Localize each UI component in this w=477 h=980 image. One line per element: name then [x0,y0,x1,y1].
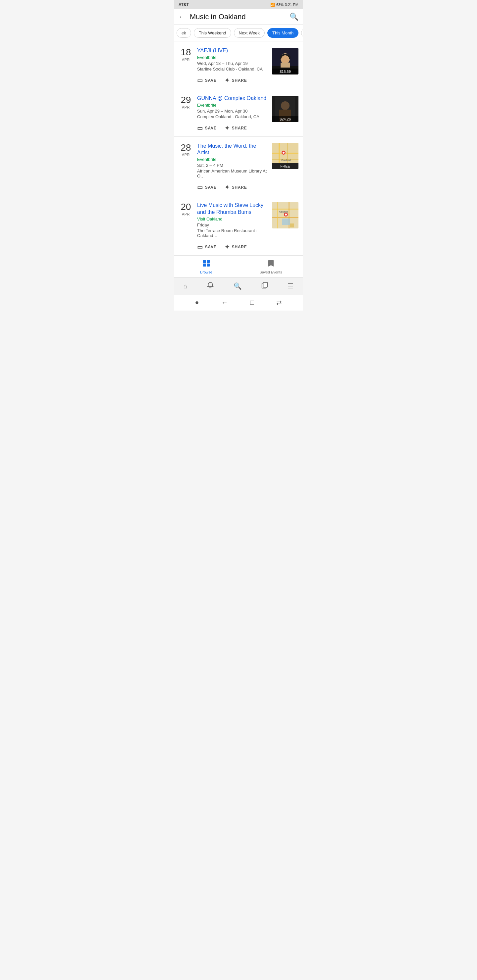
event-item-steve-lucky[interactable]: 20 APR Live Music with Steve Lucky and t… [174,196,303,256]
event-day: 29 [179,95,193,105]
events-list: 18 APR YAEJI (LIVE) Eventbrite Wed, Apr … [174,41,303,256]
svg-rect-32 [207,264,210,267]
svg-rect-31 [203,264,206,267]
event-details-yaeji: YAEJI (LIVE) Eventbrite Wed, Apr 18 – Th… [197,47,268,89]
system-recent-button[interactable]: ⇄ [276,299,282,307]
event-image-steve-lucky: Oakland [272,202,298,228]
save-button-yaeji[interactable]: ▭ SAVE [197,77,217,84]
svg-rect-29 [203,260,206,263]
system-back-button[interactable]: ← [221,299,228,306]
event-price-yaeji: $15.59 [272,68,298,75]
event-location-gunna: Complex Oakland · Oakland, CA [197,114,268,119]
event-item-music-word[interactable]: 28 APR The Music, the Word, the Artist E… [174,137,303,196]
event-source-music-word: Eventbrite [197,157,268,162]
save-label: SAVE [205,78,217,83]
tab-saved-events[interactable]: Saved Events [238,258,303,275]
save-label: SAVE [205,126,217,130]
filter-chip-next-week[interactable]: Next Week [234,28,265,38]
filter-chip-this-month[interactable]: This Month [267,28,298,38]
event-source-yaeji: Eventbrite [197,55,268,60]
filter-chip-this-weekend[interactable]: This Weekend [194,28,231,38]
event-item-yaeji[interactable]: 18 APR YAEJI (LIVE) Eventbrite Wed, Apr … [174,41,303,89]
svg-rect-24 [282,218,290,225]
system-dot-button[interactable]: ● [195,299,199,306]
system-home-button[interactable]: □ [250,299,254,306]
carrier-label: AT&T [179,2,189,7]
svg-rect-21 [272,217,298,218]
event-title-steve-lucky[interactable]: Live Music with Steve Lucky and the Rhum… [197,202,268,216]
share-button-music-word[interactable]: ✦ SHARE [225,184,247,191]
bookmark-icon: ▭ [197,243,203,251]
event-details-steve-lucky: Live Music with Steve Lucky and the Rhum… [197,202,268,255]
bookmark-icon: ▭ [197,77,203,84]
filter-chip-ek[interactable]: ek [177,28,191,38]
nav-notifications-button[interactable] [203,280,218,292]
event-day: 28 [179,143,193,153]
svg-rect-34 [263,282,267,287]
svg-rect-22 [277,202,278,228]
nav-tabs-button[interactable] [257,280,272,292]
event-title-yaeji[interactable]: YAEJI (LIVE) [197,47,268,54]
event-month: APR [179,212,193,216]
event-time-yaeji: Wed, Apr 18 – Thu, Apr 19 [197,61,268,66]
bookmark-icon: ▭ [197,124,203,132]
event-day: 20 [179,202,193,212]
share-button-gunna[interactable]: ✦ SHARE [225,124,247,132]
share-label: SHARE [232,245,247,249]
event-date-steve-lucky: 20 APR [179,202,193,216]
share-icon: ✦ [225,243,230,251]
svg-text:Oakland: Oakland [281,159,291,162]
event-source-gunna: Eventbrite [197,103,268,108]
event-actions-gunna: ▭ SAVE ✦ SHARE [197,123,268,137]
event-title-music-word[interactable]: The Music, the Word, the Artist [197,143,268,157]
filter-chip-next-month[interactable]: Next Month [301,28,303,38]
event-image-music-word: Oakland FREE [272,143,298,169]
event-location-yaeji: Starline Social Club · Oakland, CA [197,67,268,72]
save-button-steve-lucky[interactable]: ▭ SAVE [197,243,217,251]
saved-events-icon [267,259,275,269]
svg-rect-5 [281,62,290,68]
event-source-steve-lucky: Visit Oakland [197,216,268,221]
event-details-music-word: The Music, the Word, the Artist Eventbri… [197,143,268,196]
event-time-music-word: Sat, 2 – 4 PM [197,163,268,168]
tab-browse[interactable]: Browse [174,258,238,275]
bookmark-icon: ▭ [197,184,203,191]
nav-menu-button[interactable]: ☰ [284,281,297,291]
status-bar: AT&T 📶 63% 3:21 PM [174,0,303,9]
event-month: APR [179,57,193,62]
share-icon: ✦ [225,77,230,84]
nav-search-button[interactable]: 🔍 [230,281,246,291]
share-button-yaeji[interactable]: ✦ SHARE [225,77,247,84]
share-label: SHARE [232,185,247,190]
page-title: Music in Oakland [190,13,286,21]
event-actions-music-word: ▭ SAVE ✦ SHARE [197,182,268,196]
status-right: 📶 63% 3:21 PM [270,3,298,7]
bluetooth-icon: 📶 [270,3,275,7]
svg-point-4 [281,55,289,63]
share-button-steve-lucky[interactable]: ✦ SHARE [225,243,247,251]
app-tab-bar: Browse Saved Events [174,256,303,277]
save-label: SAVE [205,245,217,249]
browse-label: Browse [200,270,212,274]
nav-home-button[interactable]: ⌂ [180,281,191,291]
event-item-gunna[interactable]: 29 APR GUNNA @ Complex Oakland Eventbrit… [174,89,303,137]
time-label: 3:21 PM [285,3,298,6]
save-button-gunna[interactable]: ▭ SAVE [197,124,217,132]
event-price-gunna: $24.26 [272,116,298,122]
svg-point-17 [282,152,284,154]
svg-text:Oakland: Oakland [279,210,288,213]
share-icon: ✦ [225,124,230,132]
back-button[interactable]: ← [179,13,186,21]
event-month: APR [179,153,193,157]
save-button-music-word[interactable]: ▭ SAVE [197,184,217,191]
event-title-gunna[interactable]: GUNNA @ Complex Oakland [197,95,268,102]
event-time-steve-lucky: Friday [197,223,268,228]
search-button[interactable]: 🔍 [290,13,298,21]
event-price-music-word: FREE [272,163,298,169]
system-nav: ● ← □ ⇄ [174,295,303,310]
header: ← Music in Oakland 🔍 [174,9,303,25]
save-label: SAVE [205,185,217,190]
event-details-gunna: GUNNA @ Complex Oakland Eventbrite Sun, … [197,95,268,137]
battery-label: 63% [276,3,284,6]
share-icon: ✦ [225,184,230,191]
